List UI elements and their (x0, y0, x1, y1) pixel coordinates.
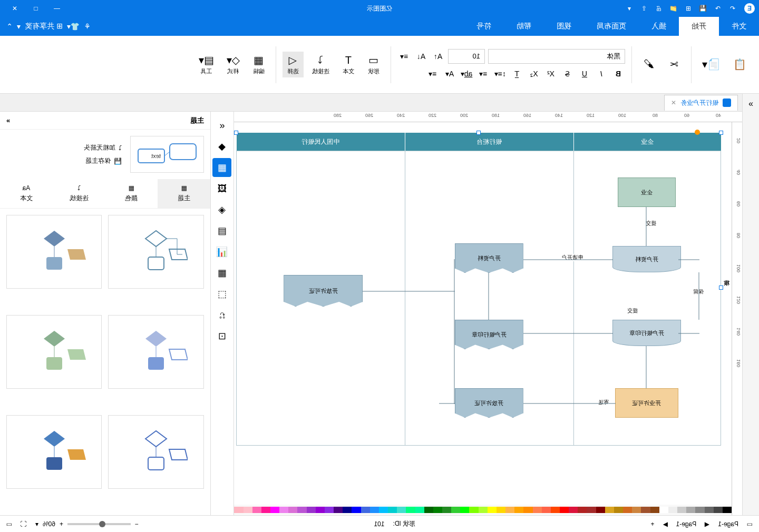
decrease-font-icon[interactable]: A↓ (414, 50, 428, 63)
color-swatch[interactable] (325, 507, 334, 513)
style-button[interactable]: ◇▾样式 (222, 52, 244, 77)
color-swatch[interactable] (388, 507, 397, 513)
connector-button[interactable]: ⤵连接线 (308, 52, 334, 77)
selection-handle[interactable] (719, 131, 723, 135)
color-swatch[interactable] (523, 507, 532, 513)
color-swatch[interactable] (623, 507, 632, 513)
shape-enterprise[interactable]: 企业 (618, 178, 676, 207)
color-swatch[interactable] (334, 507, 343, 513)
color-swatch[interactable] (479, 507, 488, 513)
theme-card[interactable] (109, 415, 205, 489)
bold-button[interactable]: B (611, 67, 625, 81)
color-swatch[interactable] (514, 507, 523, 513)
add-page-icon[interactable]: + (651, 520, 655, 528)
zoom-dropdown-icon[interactable]: ▾ (35, 520, 38, 528)
ts-collapse-icon[interactable]: « (213, 116, 232, 135)
superscript-icon[interactable]: X² (544, 67, 558, 81)
color-swatch[interactable] (298, 507, 307, 513)
lane-header-2[interactable]: 银行柜台 (405, 133, 573, 151)
color-swatch[interactable] (279, 507, 288, 513)
zoom-out-icon[interactable]: − (135, 520, 139, 528)
subscript-icon[interactable]: X₂ (527, 67, 541, 81)
color-swatch[interactable] (343, 507, 352, 513)
rotation-handle[interactable] (695, 130, 700, 135)
font-size-input[interactable] (448, 49, 485, 64)
menu-page-layout[interactable]: 页面布局 (584, 17, 639, 36)
theme-tab-connector[interactable]: ⤵连接线 (53, 179, 105, 208)
highlight-icon[interactable]: T̲ (510, 67, 524, 81)
color-swatch[interactable] (270, 507, 279, 513)
color-swatch[interactable] (424, 507, 433, 513)
color-swatch[interactable] (533, 507, 542, 513)
color-swatch[interactable] (695, 507, 704, 513)
color-swatch[interactable] (596, 507, 605, 513)
page-indicator-1[interactable]: Page-1 (718, 520, 738, 528)
color-swatch[interactable] (261, 507, 270, 513)
color-swatch[interactable] (244, 507, 252, 513)
shape-license-copy[interactable]: 开放许可证 (455, 388, 523, 418)
italic-button[interactable]: I (595, 67, 608, 81)
ts-branch-icon[interactable]: ⎌ (213, 306, 232, 324)
collapse-ribbon-icon[interactable]: ⌃ (6, 22, 13, 31)
color-swatch[interactable] (605, 507, 614, 513)
category-icon[interactable]: ⊞ 共享有奖 (25, 22, 63, 31)
cut-button[interactable]: ✂ (664, 56, 685, 74)
canvas[interactable]: 审核 企业 银行柜台 中国人民银行 企业 开户资料 开户银行印章 (234, 122, 732, 505)
ts-fill-icon[interactable]: ◆ (213, 137, 232, 156)
ts-page-icon[interactable]: ▤ (213, 221, 232, 240)
menu-symbol[interactable]: 符号 (464, 17, 504, 36)
view-mode-icon[interactable]: ▭ (747, 520, 753, 528)
color-swatch[interactable] (234, 507, 243, 513)
color-swatch[interactable] (497, 507, 505, 513)
theme-card[interactable] (6, 315, 102, 389)
minimize-button[interactable]: — (46, 0, 67, 17)
color-swatch[interactable] (288, 507, 297, 513)
zoom-slider[interactable] (67, 523, 131, 525)
shape-button[interactable]: ▭形状 (363, 52, 384, 77)
lane-header-1[interactable]: 企业 (573, 133, 721, 151)
line-spacing-icon[interactable]: ↕≡▾ (493, 67, 507, 81)
color-swatch[interactable] (406, 507, 415, 513)
color-swatch[interactable] (551, 507, 560, 513)
color-swatch[interactable] (650, 507, 659, 513)
menu-file[interactable]: 文件 (719, 17, 759, 36)
color-swatch[interactable] (361, 507, 370, 513)
shape-open-material-2[interactable]: 开户资料 (455, 243, 523, 273)
ts-focus-icon[interactable]: ⊡ (213, 327, 232, 346)
fullscreen-icon[interactable]: ▭ (6, 520, 12, 528)
menu-start[interactable]: 开始 (679, 17, 719, 36)
color-swatch[interactable] (370, 507, 379, 513)
color-swatch[interactable] (460, 507, 469, 513)
color-swatch[interactable] (379, 507, 388, 513)
color-swatch[interactable] (632, 507, 641, 513)
color-swatch[interactable] (723, 507, 732, 513)
theme-tab-text[interactable]: Aa文本 (0, 179, 53, 208)
theme-panel-collapse-icon[interactable]: » (6, 116, 10, 124)
color-swatch[interactable] (352, 507, 361, 513)
lane-header-3[interactable]: 中国人民银行 (236, 133, 405, 151)
ts-embed-icon[interactable]: ⬚ (213, 284, 232, 303)
color-swatch[interactable] (542, 507, 551, 513)
color-swatch[interactable] (578, 507, 587, 513)
menu-insert[interactable]: 插入 (639, 17, 679, 36)
prev-page-icon[interactable]: ◀ (705, 520, 709, 528)
theme-card[interactable] (6, 415, 102, 489)
shape-bank-seal-1[interactable]: 开户银行印章 (612, 320, 681, 346)
color-swatch[interactable] (659, 507, 668, 513)
dropdown-icon[interactable]: ▾ (623, 2, 636, 15)
undo-icon[interactable]: ↶ (726, 2, 739, 15)
color-swatch[interactable] (560, 507, 569, 513)
share-icon[interactable]: ⚘ (84, 22, 91, 31)
font-name-input[interactable] (488, 49, 625, 64)
swimlane-diagram[interactable]: 审核 企业 银行柜台 中国人民银行 企业 开户资料 开户银行印章 (236, 133, 721, 501)
align-icon[interactable]: ≡▾ (426, 67, 440, 81)
theme-card[interactable] (109, 215, 205, 289)
select-button[interactable]: ◁选择 (283, 52, 304, 77)
theme-card[interactable] (6, 215, 102, 289)
export-icon[interactable]: ⇪ (638, 2, 650, 15)
color-swatch[interactable] (614, 507, 623, 513)
shape-license-copy-2[interactable]: 开放许可证 (284, 275, 363, 307)
color-swatch[interactable] (442, 507, 451, 513)
shape-bank-seal-2[interactable]: 开户银行印章 (455, 320, 523, 349)
theme-tab-theme[interactable]: ▦主题 (158, 179, 210, 208)
